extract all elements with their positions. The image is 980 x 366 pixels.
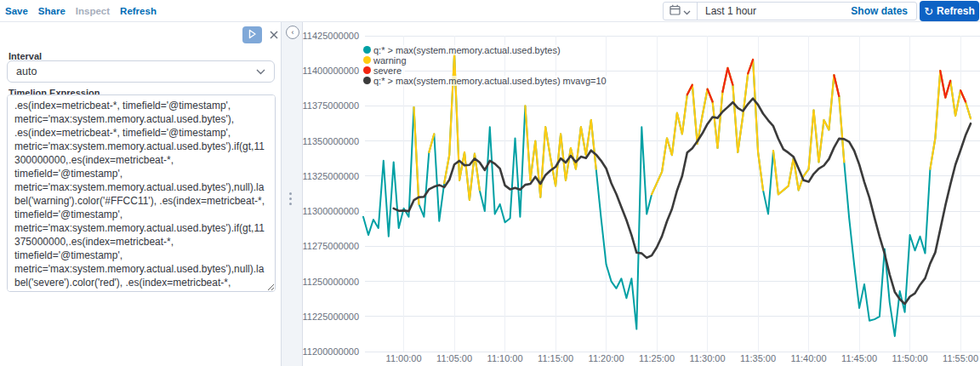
svg-text:11425000000: 11425000000: [303, 31, 359, 41]
play-button[interactable]: [242, 26, 262, 43]
svg-text:11:55:00: 11:55:00: [943, 353, 978, 363]
svg-text:11:20:00: 11:20:00: [589, 353, 624, 363]
legend-item[interactable]: warning: [363, 55, 410, 66]
share-button[interactable]: Share: [38, 6, 66, 16]
chart-panel: 1120000000011225000000112500000001127500…: [302, 22, 980, 366]
svg-text:11:25:00: 11:25:00: [639, 353, 675, 363]
legend-series-label: warning: [373, 55, 407, 66]
expression-editor-panel: Interval auto Timelion Expression .es(in…: [0, 22, 282, 366]
timelion-expression-input[interactable]: .es(index=metricbeat-*, timefield='@time…: [7, 94, 276, 292]
chevron-down-icon: [683, 3, 691, 19]
chart-legend: q:* > max(system.memory.actual.used.byte…: [363, 45, 610, 86]
play-icon: [248, 29, 257, 42]
svg-text:11375000000: 11375000000: [303, 100, 359, 111]
svg-text:11:10:00: 11:10:00: [487, 353, 523, 363]
legend-series-dot: [363, 77, 371, 84]
svg-text:11300000000: 11300000000: [303, 206, 359, 216]
legend-series-label: q:* > max(system.memory.actual.used.byte…: [373, 76, 607, 86]
time-range-picker: Last 1 hour Show dates: [663, 2, 917, 20]
legend-series-dot: [363, 56, 371, 64]
svg-text:11350000000: 11350000000: [303, 136, 359, 146]
legend-series-dot: [363, 66, 371, 74]
close-icon[interactable]: [267, 28, 281, 42]
svg-text:11:35:00: 11:35:00: [740, 353, 776, 363]
svg-text:11400000000: 11400000000: [303, 66, 359, 76]
top-nav: Save Share Inspect Refresh: [0, 0, 980, 22]
show-dates-link[interactable]: Show dates: [851, 5, 916, 17]
svg-text:11250000000: 11250000000: [303, 277, 359, 287]
quick-select-button[interactable]: [664, 3, 698, 20]
collapse-panel-icon[interactable]: ‹: [286, 26, 299, 39]
refresh-button[interactable]: ↻ Refresh: [920, 1, 979, 21]
interval-value: auto: [16, 66, 256, 77]
svg-text:11:45:00: 11:45:00: [841, 353, 877, 363]
svg-text:11:15:00: 11:15:00: [538, 353, 573, 363]
panel-splitter[interactable]: ‹: [282, 22, 302, 366]
legend-item[interactable]: q:* > max(system.memory.actual.used.byte…: [363, 76, 610, 86]
refresh-link[interactable]: Refresh: [120, 6, 157, 16]
svg-text:11:40:00: 11:40:00: [791, 353, 827, 363]
calendar-icon: [669, 3, 681, 19]
legend-series-label: severe: [373, 66, 402, 76]
save-button[interactable]: Save: [5, 6, 28, 16]
nav-links: Save Share Inspect Refresh: [5, 0, 157, 22]
svg-text:11275000000: 11275000000: [303, 241, 359, 251]
svg-text:11:30:00: 11:30:00: [690, 353, 726, 363]
drag-handle-icon[interactable]: [289, 192, 292, 205]
svg-text:11325000000: 11325000000: [303, 171, 359, 181]
timelion-app: Save Share Inspect Refresh: [0, 0, 980, 366]
svg-text:11200000000: 11200000000: [303, 346, 359, 357]
svg-text:11:05:00: 11:05:00: [436, 353, 472, 363]
legend-item[interactable]: q:* > max(system.memory.actual.used.byte…: [363, 45, 564, 55]
time-range-value[interactable]: Last 1 hour: [698, 5, 851, 17]
svg-text:11:50:00: 11:50:00: [892, 353, 928, 363]
refresh-icon: ↻: [924, 6, 933, 17]
svg-text:11225000000: 11225000000: [303, 312, 359, 322]
chevron-down-icon: [256, 66, 265, 77]
legend-item[interactable]: severe: [363, 66, 405, 76]
legend-series-label: q:* > max(system.memory.actual.used.byte…: [373, 45, 561, 55]
svg-text:11:00:00: 11:00:00: [386, 353, 422, 363]
legend-series-dot: [363, 46, 371, 54]
interval-select[interactable]: auto: [7, 60, 275, 83]
inspect-button[interactable]: Inspect: [76, 6, 110, 16]
refresh-button-label: Refresh: [937, 5, 975, 17]
